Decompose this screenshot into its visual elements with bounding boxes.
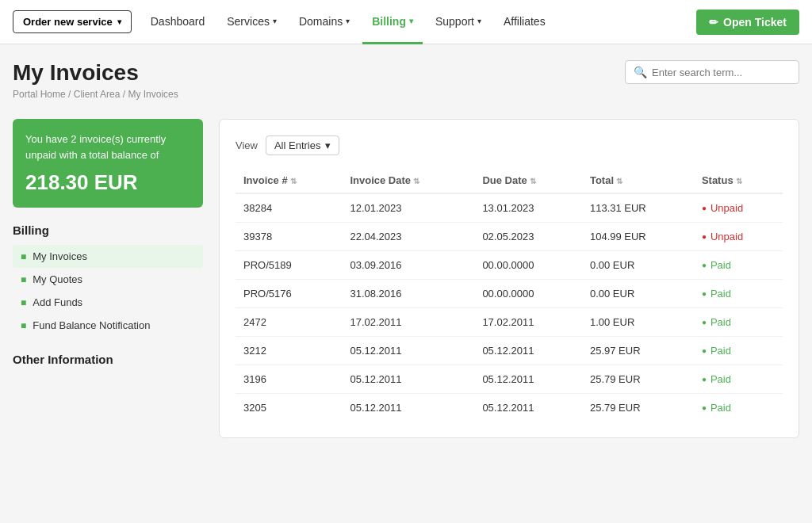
invoice-number[interactable]: 38284 [236,193,342,223]
col-invoice--[interactable]: Invoice #⇅ [236,168,342,193]
view-select-chevron-icon: ▾ [325,139,331,151]
breadcrumb: Portal Home / Client Area / My Invoices [13,89,612,100]
invoices-table: Invoice #⇅Invoice Date⇅Due Date⇅Total⇅St… [236,168,783,422]
sidebar-item-icon: ■ [21,274,26,285]
chevron-icon: ▾ [409,17,413,25]
invoice-number[interactable]: 3205 [236,394,342,422]
status-label: Paid [710,316,731,328]
due-date: 00.00.0000 [474,280,582,308]
status-dot-icon: ● [702,232,707,241]
sidebar-menu-item-my-invoices[interactable]: ■ My Invoices [13,245,203,268]
search-input[interactable] [652,67,791,78]
sidebar-item-icon: ■ [21,320,26,331]
nav-link-billing[interactable]: Billing▾ [362,1,423,44]
invoice-date: 05.12.2011 [342,337,474,365]
title-section: My Invoices Portal Home / Client Area / … [13,60,612,100]
main-container: You have 2 invoice(s) currently unpaid w… [0,100,812,457]
table-row: 39378 22.04.2023 02.05.2023 104.99 EUR ●… [236,223,783,251]
breadcrumb-my-invoices: My Invoices [128,89,178,100]
nav-link-support[interactable]: Support▾ [426,1,491,44]
status: ● Paid [694,280,783,308]
status-label: Unpaid [710,202,743,214]
content-area: View All Entries ▾ Invoice #⇅Invoice Dat… [219,119,799,438]
invoice-number[interactable]: PRO/5176 [236,280,342,308]
sort-icon: ⇅ [290,177,297,185]
status: ● Paid [694,394,783,422]
status-label: Paid [710,259,731,271]
invoice-number[interactable]: 39378 [236,223,342,251]
invoice-date: 22.04.2023 [342,223,474,251]
status-label: Paid [710,345,731,357]
status-dot-icon: ● [702,403,707,412]
invoice-number[interactable]: 3196 [236,365,342,394]
top-row: My Invoices Portal Home / Client Area / … [0,44,812,100]
col-total[interactable]: Total⇅ [582,168,694,193]
table-row: 3205 05.12.2011 05.12.2011 25.79 EUR ● P… [236,394,783,422]
due-date: 05.12.2011 [474,365,582,394]
sidebar-item-icon: ■ [21,297,26,308]
total: 104.99 EUR [582,223,694,251]
invoice-date: 03.09.2016 [342,251,474,280]
invoice-number[interactable]: 3212 [236,337,342,365]
invoice-date: 05.12.2011 [342,365,474,394]
status: ● Paid [694,251,783,280]
table-row: PRO/5176 31.08.2016 00.00.0000 0.00 EUR … [236,280,783,308]
status-label: Unpaid [710,231,743,242]
billing-section-title: Billing [13,223,203,237]
sidebar-item-icon: ■ [21,251,26,262]
total: 25.97 EUR [582,337,694,365]
order-new-service-label: Order new service [23,16,113,28]
col-invoice-date[interactable]: Invoice Date⇅ [342,168,474,193]
due-date: 05.12.2011 [474,394,582,422]
sidebar-item-label: Add Funds [33,296,82,308]
open-ticket-button[interactable]: ✏ Open Ticket [696,10,799,35]
status-dot-icon: ● [702,318,707,326]
chevron-icon: ▾ [346,17,350,25]
nav-link-domains[interactable]: Domains▾ [289,1,359,44]
sidebar-menu-item-add-funds[interactable]: ■ Add Funds [13,291,203,314]
sidebar-menu-item-my-quotes[interactable]: ■ My Quotes [13,268,203,291]
nav-links: DashboardServices▾Domains▾Billing▾Suppor… [141,1,696,44]
sort-icon: ⇅ [530,177,536,185]
col-status[interactable]: Status⇅ [694,168,783,193]
navbar: Order new service ▾ DashboardServices▾Do… [0,0,812,44]
invoice-date: 05.12.2011 [342,394,474,422]
sidebar-item-label: Fund Balance Notification [33,319,150,331]
status: ● Unpaid [694,223,783,251]
other-information-title: Other Information [13,353,203,366]
view-select-dropdown[interactable]: All Entries ▾ [266,136,340,155]
status: ● Paid [694,308,783,337]
banner-amount: 218.30 EUR [25,170,190,195]
status: ● Unpaid [694,193,783,223]
view-select-value: All Entries [274,139,321,151]
nav-link-dashboard[interactable]: Dashboard [141,1,215,44]
invoice-date: 17.02.2011 [342,308,474,337]
nav-link-affiliates[interactable]: Affiliates [494,1,555,44]
sort-icon: ⇅ [616,177,622,185]
total: 0.00 EUR [582,251,694,280]
view-row: View All Entries ▾ [236,136,783,155]
table-row: 3212 05.12.2011 05.12.2011 25.97 EUR ● P… [236,337,783,365]
sidebar-item-label: My Quotes [33,273,82,285]
status-dot-icon: ● [702,375,707,384]
banner-text: You have 2 invoice(s) currently unpaid w… [25,132,190,162]
search-box: 🔍 [625,60,799,84]
sidebar-menu-item-fund-balance-notification[interactable]: ■ Fund Balance Notification [13,314,203,337]
status: ● Paid [694,365,783,394]
total: 113.31 EUR [582,193,694,223]
sidebar-menu: ■ My Invoices■ My Quotes■ Add Funds■ Fun… [13,245,203,337]
col-due-date[interactable]: Due Date⇅ [474,168,582,193]
nav-link-services[interactable]: Services▾ [217,1,286,44]
search-icon: 🔍 [634,66,647,78]
invoice-number[interactable]: 2472 [236,308,342,337]
sidebar-item-label: My Invoices [33,250,87,262]
status-dot-icon: ● [702,289,707,298]
due-date: 00.00.0000 [474,251,582,280]
breadcrumb-client-area[interactable]: Client Area [74,89,121,100]
invoice-number[interactable]: PRO/5189 [236,251,342,280]
breadcrumb-portal-home[interactable]: Portal Home [13,89,66,100]
total: 25.79 EUR [582,365,694,394]
order-new-service-button[interactable]: Order new service ▾ [13,10,132,33]
order-chevron-icon: ▾ [117,17,121,26]
due-date: 05.12.2011 [474,337,582,365]
